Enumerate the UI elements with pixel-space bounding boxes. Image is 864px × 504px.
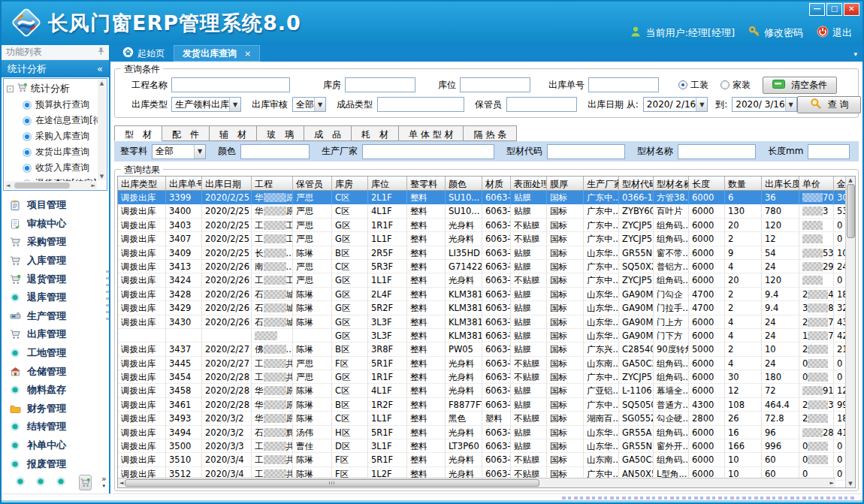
sidebar-item-财务管理[interactable]: 财务管理 — [2, 400, 109, 418]
tree-root[interactable]: - 统计分析 — [7, 80, 97, 97]
sidebar-item-生产管理[interactable]: 生产管理 — [2, 307, 109, 326]
expander-icon[interactable]: - — [7, 86, 14, 92]
table-row[interactable]: 调拨出库35002020/3/3工共工程曹佳D区3L1F整料LT3P606063… — [118, 439, 845, 453]
maximize-button[interactable]: □ — [826, 3, 842, 16]
date-from-select[interactable]: 2020/ 2/16▼ — [643, 97, 708, 112]
column-header[interactable]: 单价 — [799, 177, 834, 191]
table-row[interactable]: 调拨出库34282020/2/26石城陈琳G区2L4F整料KLM38176063… — [118, 288, 845, 301]
tab-close-icon[interactable]: × — [244, 49, 251, 59]
zhengling-select[interactable]: 全部▼ — [152, 144, 206, 159]
column-header[interactable]: 出库单号 — [166, 177, 202, 191]
sidebar-scroll-grip[interactable] — [106, 270, 109, 323]
table-row[interactable]: 调拨出库34092020/2/25长...陈琳B区2R5F整料LI35HD606… — [118, 246, 845, 260]
profile-code-input[interactable] — [547, 144, 625, 159]
sidebar-item-工地管理[interactable]: 工地管理 — [2, 344, 109, 363]
order-no-input[interactable] — [588, 77, 659, 92]
column-header[interactable]: 颜色 — [446, 177, 482, 191]
cart-toolbar-button[interactable] — [79, 475, 92, 490]
material-tab[interactable]: 隔 热 条 — [464, 125, 517, 141]
audit-select[interactable]: 全部▼ — [292, 97, 326, 112]
table-row[interactable]: 调拨出库35102020/3/4工共工程陈琳F区5R1F整料光身料6063-T5… — [118, 453, 845, 466]
clear-conditions-button[interactable]: 清空条件 — [763, 77, 837, 94]
column-header[interactable]: 膜厚 — [547, 177, 584, 191]
material-tab[interactable]: 型 材 — [114, 125, 162, 141]
sidebar-item-审核中心[interactable]: 审核中心 — [2, 215, 109, 234]
column-header[interactable]: 生产厂家 — [584, 177, 619, 191]
location-input[interactable] — [460, 77, 530, 92]
table-row[interactable]: 调拨出库34132020/2/26南...严思C区5R3F整料G71422606… — [118, 260, 845, 273]
table-row[interactable]: 调拨出库34242020/2/26工工程严思G区1L1F整料光身料6063-T5… — [118, 273, 845, 287]
column-header[interactable]: 库房 — [332, 177, 368, 191]
radio-jiazhuang[interactable]: 家装 — [721, 79, 751, 92]
tab-overflow-caret-icon[interactable]: ▾ — [853, 50, 857, 58]
column-header[interactable]: 出库长度 — [762, 177, 799, 191]
sidebar-item-入库管理[interactable]: 入库管理 — [2, 252, 109, 270]
column-header[interactable]: 出库日期 — [202, 177, 252, 191]
vertical-scroll-thumb[interactable] — [847, 184, 855, 238]
tree-vertical-scrollbar[interactable]: ▲▼ — [98, 80, 106, 180]
column-header[interactable]: 长度 — [689, 177, 725, 191]
table-row[interactable]: 调拨出库34942020/3/2石辉城汤伟H区5R1F整料光身料6063-T5贴… — [118, 426, 845, 439]
tree-item[interactable]: 采购入库查询 — [7, 128, 97, 144]
horizontal-scroll-thumb[interactable] — [125, 479, 539, 487]
material-tab[interactable]: 玻 璃 — [257, 125, 304, 141]
material-tab[interactable]: 成 品 — [304, 125, 352, 141]
column-header[interactable]: 数量 — [725, 177, 762, 191]
column-header[interactable]: 型材代码 — [619, 177, 654, 191]
grid-vertical-scrollbar[interactable]: ▲▼ — [845, 177, 855, 487]
table-row[interactable]: 调拨出库34032020/2/25工工程严思G区1R1F整料光身料6063-T5… — [118, 219, 845, 232]
search-button[interactable]: 查 询 — [797, 96, 862, 113]
sidebar-more-button[interactable]: » ▾ — [101, 476, 107, 489]
radio-gongzhuang[interactable]: 工装 — [678, 79, 708, 92]
tree-item[interactable]: 预算执行查询 — [7, 97, 97, 113]
table-row[interactable]: 调拨出库34582020/2/28华原...陈琳C区4L1F整料光身料6063-… — [118, 384, 845, 397]
table-row[interactable]: 调拨出库34932020/3/2华原...陈琳C区1L1F整料黑色塑料不贴膜国标… — [118, 412, 845, 425]
keeper-input[interactable] — [506, 97, 577, 112]
tree-item[interactable]: 发货出库查询 — [7, 144, 97, 160]
column-header[interactable]: 表面处理 — [511, 177, 547, 191]
table-row[interactable]: 调拨出库34542020/2/28工共工程严思G区1R1F整料光身料6063-T… — [118, 370, 845, 384]
sidebar-item-项目管理[interactable]: 项目管理 — [2, 196, 109, 215]
sidebar-item-采购管理[interactable]: 采购管理 — [2, 233, 109, 252]
collapse-icon[interactable]: « — [97, 63, 103, 74]
column-header[interactable]: 金额 — [834, 177, 845, 191]
tab-start-page[interactable]: 起始页 — [113, 45, 174, 62]
profile-name-input[interactable] — [678, 144, 756, 159]
close-button[interactable]: ✕ — [844, 3, 859, 16]
sidebar-item-出库管理[interactable]: 出库管理 — [2, 325, 109, 344]
maker-input[interactable] — [362, 144, 494, 159]
pin-icon[interactable] — [98, 47, 104, 58]
table-row[interactable]: G区3L3F整料KLM38176063-T5贴膜国标山东华...GA90M09.… — [118, 329, 845, 343]
section-header[interactable]: 统计分析 « — [2, 60, 109, 77]
sidebar-item-仓储管理[interactable]: 仓储管理 — [2, 362, 109, 381]
column-header[interactable]: 整零料 — [407, 177, 446, 191]
material-tab[interactable]: 耗 材 — [352, 125, 399, 141]
length-input[interactable] — [808, 144, 850, 159]
sidebar-item-退货管理[interactable]: 退货管理 — [2, 270, 109, 288]
tab-shipment-outbound-query[interactable]: 发货出库查询 × — [174, 45, 260, 62]
minimize-button[interactable]: — — [809, 3, 825, 16]
column-header[interactable]: 工程 — [252, 177, 293, 191]
product-type-input[interactable] — [377, 97, 464, 112]
project-name-input[interactable] — [171, 77, 290, 92]
grid-horizontal-scrollbar[interactable]: ◄► — [118, 478, 835, 487]
table-row[interactable]: 调拨出库34612020/2/28华原...陈琳B区1R2F整料F8877FT6… — [118, 398, 845, 412]
sidebar-item-退库管理[interactable]: 退库管理 — [2, 288, 109, 307]
table-row[interactable]: 调拨出库34002020/2/25华原...严思C区4L1F整料SU10...6… — [118, 204, 845, 218]
material-tab[interactable]: 配 件 — [162, 125, 210, 141]
column-header[interactable]: 出库类型 — [118, 177, 166, 191]
out-type-select[interactable]: 生产领料出库▼ — [171, 97, 241, 112]
sidebar-item-物料盘存[interactable]: 物料盘存 — [2, 381, 109, 400]
warehouse-input[interactable] — [345, 77, 415, 92]
change-password-button[interactable]: 修改密码 — [748, 26, 803, 40]
material-tab[interactable]: 辅 材 — [210, 125, 257, 141]
material-tab[interactable]: 单 体 型 材 — [399, 125, 464, 141]
table-row[interactable]: 调拨出库34072020/2/25工工程严思G区1L1F整料光身料6063-T5… — [118, 232, 845, 246]
tree-item[interactable]: 在途信息查询[待 — [7, 113, 97, 128]
color-input[interactable] — [240, 144, 310, 159]
dot-icon[interactable] — [56, 476, 66, 489]
sidebar-item-报废管理[interactable]: 报废管理 — [2, 454, 109, 473]
column-header[interactable]: 保管员 — [293, 177, 332, 191]
table-row[interactable]: 调拨出库34292020/2/26石城陈琳G区5R2F整料KLM38176063… — [118, 301, 845, 315]
column-header[interactable]: 型材名称 — [654, 177, 689, 191]
